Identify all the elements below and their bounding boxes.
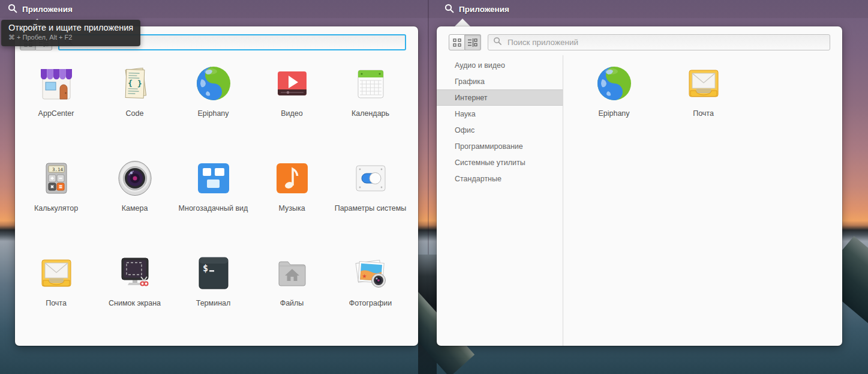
app-appcenter[interactable]: AppCenter: [17, 60, 95, 155]
app-mail[interactable]: Почта: [17, 250, 95, 345]
panel-title-label: Приложения: [22, 5, 73, 14]
app-camera[interactable]: Камера: [95, 155, 174, 250]
app-label: Параметры системы: [335, 204, 407, 213]
terminal-icon: $: [194, 254, 233, 292]
app-multitasking-view[interactable]: Многозадачный вид: [174, 155, 253, 250]
app-mail[interactable]: Почта: [664, 60, 743, 155]
category-view-button[interactable]: [465, 34, 481, 50]
music-icon: [273, 159, 311, 198]
category-accessories[interactable]: Стандартные: [437, 170, 563, 187]
search-icon: [8, 4, 17, 15]
app-calculator[interactable]: 3.14 Калькулятор: [17, 155, 95, 250]
category-internet-selected[interactable]: Интернет: [437, 89, 563, 106]
app-label: Code: [126, 109, 144, 118]
view-mode-toggle: [449, 34, 481, 50]
videos-icon: [273, 64, 311, 103]
epiphany-icon: [595, 64, 633, 103]
search-input[interactable]: [506, 37, 825, 47]
svg-text:{ }: { }: [128, 79, 142, 88]
search-entry[interactable]: [488, 34, 830, 50]
sidebar-divider: [563, 55, 563, 346]
app-photos[interactable]: ★ Фотографии: [331, 250, 410, 345]
app-label: Календарь: [352, 109, 389, 118]
app-label: Снимок экрана: [109, 298, 161, 308]
app-launcher-grid-view: AppCenter { } Code: [15, 26, 418, 346]
calculator-icon: 3.14: [37, 159, 76, 198]
svg-text:3.14: 3.14: [52, 167, 63, 172]
app-system-settings[interactable]: Параметры системы: [331, 155, 410, 250]
tooltip-shortcut: ⌘ + Пробел, Alt + F2: [8, 34, 133, 41]
app-label: Калькулятор: [34, 204, 78, 213]
app-epiphany[interactable]: Epiphany: [174, 60, 253, 155]
category-office[interactable]: Офис: [437, 122, 563, 138]
popover-arrow: [455, 19, 470, 26]
app-label: Почта: [46, 298, 67, 308]
tooltip-title: Откройте и ищите приложения: [8, 23, 133, 32]
app-calendar[interactable]: Календарь: [331, 60, 410, 155]
epiphany-icon: [194, 64, 233, 103]
app-screenshot[interactable]: Снимок экрана: [95, 250, 174, 345]
category-audio-video[interactable]: Аудио и видео: [437, 57, 563, 73]
screenshot-icon: [116, 254, 154, 292]
desktop: Приложения Приложения: [0, 0, 868, 374]
app-label: Терминал: [196, 298, 231, 308]
app-label: Камера: [122, 204, 148, 213]
app-grid: AppCenter { } Code: [17, 60, 413, 345]
mail-icon: [684, 64, 723, 103]
search-icon: [444, 4, 454, 15]
mail-icon: [37, 254, 76, 292]
app-label: Фотографии: [349, 298, 392, 308]
photos-icon: ★: [352, 254, 390, 292]
category-system-utilities[interactable]: Системные утилиты: [437, 154, 563, 170]
category-view-icon: [468, 38, 477, 47]
app-label: Epiphany: [598, 109, 629, 118]
panel-title-label: Приложения: [459, 5, 509, 14]
category-app-list: Epiphany Почта: [575, 60, 743, 155]
category-science[interactable]: Наука: [437, 106, 563, 122]
app-label: Epiphany: [197, 109, 229, 118]
calendar-icon: [352, 64, 390, 103]
applications-menu-indicator[interactable]: Приложения: [444, 4, 509, 15]
app-label: AppCenter: [38, 109, 74, 118]
applications-menu-indicator[interactable]: Приложения: [8, 4, 73, 15]
multitasking-view-icon: [194, 159, 233, 198]
system-settings-icon: [352, 159, 390, 198]
app-music[interactable]: Музыка: [253, 155, 331, 250]
app-label: Файлы: [280, 298, 304, 308]
app-launcher-category-view: Аудио и видео Графика Интернет Наука Офи…: [437, 26, 842, 346]
appcenter-icon: [37, 64, 76, 103]
app-label: Почта: [693, 109, 714, 118]
app-label: Видео: [281, 109, 303, 118]
grid-view-icon: [453, 38, 461, 47]
app-terminal[interactable]: $ Терминал: [174, 250, 253, 345]
grid-view-button[interactable]: [449, 34, 465, 50]
app-code[interactable]: { } Code: [95, 60, 174, 155]
app-label: Многозадачный вид: [179, 204, 248, 213]
app-videos[interactable]: Видео: [253, 60, 331, 155]
svg-text:$: $: [203, 263, 208, 274]
code-icon: { }: [116, 64, 154, 103]
search-icon: [493, 37, 502, 48]
app-epiphany[interactable]: Epiphany: [575, 60, 653, 155]
files-icon: [273, 254, 311, 292]
panel-tooltip: Откройте и ищите приложения ⌘ + Пробел, …: [1, 20, 140, 46]
category-graphics[interactable]: Графика: [437, 73, 563, 89]
top-panel: [0, 0, 868, 18]
category-sidebar: Аудио и видео Графика Интернет Наука Офи…: [437, 57, 563, 187]
category-programming[interactable]: Программирование: [437, 138, 563, 154]
app-label: Музыка: [278, 204, 305, 213]
camera-icon: [116, 159, 154, 198]
svg-text:★: ★: [362, 273, 367, 280]
app-files[interactable]: Файлы: [253, 250, 331, 345]
